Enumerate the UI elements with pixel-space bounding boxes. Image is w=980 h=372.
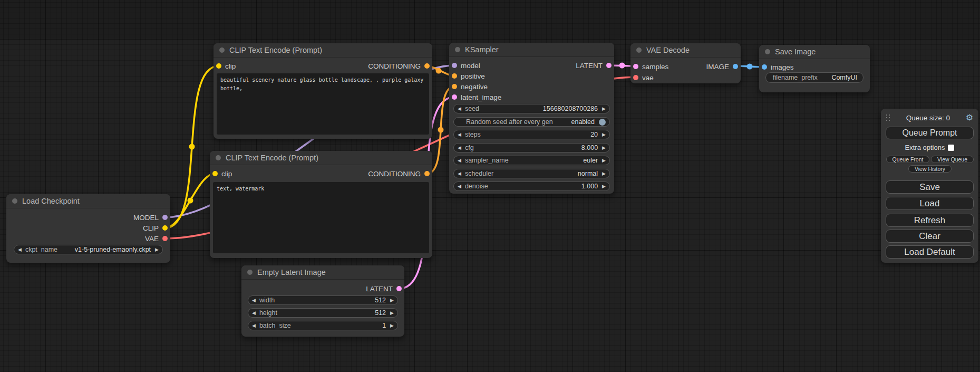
collapse-dot-icon[interactable]	[455, 47, 460, 52]
sampler-name-widget[interactable]: ◀ sampler_name euler ▶	[453, 156, 610, 165]
clip-input-dot[interactable]	[212, 171, 218, 176]
conditioning-input-dot[interactable]	[452, 84, 457, 89]
random-seed-toggle-widget[interactable]: Random seed after every gen enabled	[453, 117, 610, 127]
increment-arrow-icon[interactable]: ▶	[390, 298, 394, 303]
decrement-arrow-icon[interactable]: ◀	[252, 323, 256, 328]
decrement-arrow-icon[interactable]: ◀	[458, 184, 461, 189]
latent-output-dot[interactable]	[396, 286, 402, 291]
node-title-bar[interactable]: Load Checkpoint	[6, 194, 170, 208]
output-slot-conditioning[interactable]: CONDITIONING	[368, 61, 430, 71]
increment-arrow-icon[interactable]: ▶	[390, 323, 394, 328]
image-input-dot[interactable]	[762, 64, 767, 70]
input-slot-positive[interactable]: positive	[452, 71, 485, 81]
conditioning-input-dot[interactable]	[452, 73, 457, 79]
link-dot-latent-out[interactable]	[619, 63, 625, 69]
load-button[interactable]: Load	[886, 197, 974, 210]
node-title-bar[interactable]: KSampler	[449, 43, 614, 57]
node-title-bar[interactable]: CLIP Text Encode (Prompt)	[214, 43, 432, 58]
decrement-arrow-icon[interactable]: ◀	[252, 311, 256, 316]
link-dot-image[interactable]	[747, 64, 753, 70]
collapse-dot-icon[interactable]	[247, 270, 253, 275]
collapse-dot-icon[interactable]	[636, 47, 642, 53]
output-slot-latent[interactable]: LATENT	[366, 283, 402, 294]
input-slot-vae[interactable]: vae	[633, 72, 654, 83]
steps-widget[interactable]: ◀ steps 20 ▶	[453, 130, 610, 139]
queue-front-button[interactable]: Queue Front	[886, 156, 929, 163]
filename-prefix-widget[interactable]: filename_prefix ComfyUI	[765, 72, 863, 83]
view-queue-button[interactable]: View Queue	[931, 156, 974, 163]
view-history-button[interactable]: View History	[908, 165, 952, 173]
output-slot-vae[interactable]: VAE	[145, 233, 168, 244]
cfg-widget[interactable]: ◀ cfg 8.000 ▶	[453, 143, 610, 152]
seed-widget[interactable]: ◀ seed 156680208700286 ▶	[453, 104, 610, 113]
decrement-arrow-icon[interactable]: ◀	[458, 146, 461, 150]
node-title-bar[interactable]: Save Image	[759, 45, 870, 59]
height-widget[interactable]: ◀ height 512 ▶	[248, 308, 398, 318]
conditioning-output-dot[interactable]	[424, 63, 430, 69]
input-slot-images[interactable]: images	[762, 62, 794, 72]
width-widget[interactable]: ◀ width 512 ▶	[248, 295, 398, 305]
increment-arrow-icon[interactable]: ▶	[602, 171, 606, 176]
increment-arrow-icon[interactable]: ▶	[602, 184, 606, 189]
decrement-arrow-icon[interactable]: ◀	[18, 247, 22, 252]
input-slot-clip[interactable]: clip	[216, 61, 236, 71]
model-output-dot[interactable]	[162, 215, 168, 220]
collapse-dot-icon[interactable]	[219, 47, 225, 53]
model-input-dot[interactable]	[452, 63, 457, 68]
refresh-button[interactable]: Refresh	[886, 214, 974, 227]
input-slot-samples[interactable]: samples	[633, 61, 668, 72]
batch-size-widget[interactable]: ◀ batch_size 1 ▶	[248, 321, 398, 330]
decrement-arrow-icon[interactable]: ◀	[458, 107, 461, 111]
collapse-dot-icon[interactable]	[12, 198, 17, 204]
conditioning-output-dot[interactable]	[424, 171, 430, 176]
output-slot-model[interactable]: MODEL	[133, 212, 168, 223]
input-slot-latent-image[interactable]: latent_image	[452, 92, 501, 102]
output-slot-conditioning[interactable]: CONDITIONING	[368, 168, 430, 179]
latent-output-dot[interactable]	[606, 63, 612, 68]
output-slot-image[interactable]: IMAGE	[706, 61, 738, 72]
node-vae-decode[interactable]: VAE Decode samples vae IMAGE	[630, 43, 741, 83]
link-dot-cond1[interactable]	[436, 68, 442, 74]
clip-input-dot[interactable]	[216, 63, 221, 69]
link-dot-clip2[interactable]	[188, 198, 193, 204]
vae-output-dot[interactable]	[162, 236, 168, 241]
positive-prompt-textarea[interactable]: beautiful scenery nature glass bottle la…	[217, 73, 429, 135]
node-save-image[interactable]: Save Image images filename_prefix ComfyU…	[759, 45, 870, 92]
scheduler-widget[interactable]: ◀ scheduler normal ▶	[453, 169, 610, 178]
gear-icon[interactable]: ⚙	[966, 113, 973, 122]
extra-options-checkbox[interactable]	[948, 145, 954, 151]
node-load-checkpoint[interactable]: Load Checkpoint MODEL CLIP VAE ◀ ckpt_na…	[6, 194, 170, 263]
increment-arrow-icon[interactable]: ▶	[602, 146, 606, 150]
link-dot-clip1[interactable]	[189, 144, 195, 150]
increment-arrow-icon[interactable]: ▶	[390, 311, 394, 316]
collapse-dot-icon[interactable]	[765, 49, 770, 54]
image-output-dot[interactable]	[733, 64, 738, 69]
decrement-arrow-icon[interactable]: ◀	[458, 132, 461, 137]
denoise-widget[interactable]: ◀ denoise 1.000 ▶	[453, 182, 610, 191]
queue-prompt-button[interactable]: Queue Prompt	[886, 127, 974, 139]
link-dot-cond2[interactable]	[438, 127, 444, 133]
load-default-button[interactable]: Load Default	[886, 245, 974, 259]
save-button[interactable]: Save	[886, 180, 974, 194]
drag-handle-icon[interactable]	[886, 115, 890, 121]
input-slot-negative[interactable]: negative	[452, 81, 488, 92]
decrement-arrow-icon[interactable]: ◀	[458, 171, 461, 176]
collapse-dot-icon[interactable]	[216, 155, 221, 160]
decrement-arrow-icon[interactable]: ◀	[252, 298, 256, 303]
clip-output-dot[interactable]	[162, 225, 168, 231]
increment-arrow-icon[interactable]: ▶	[602, 158, 606, 163]
node-title-bar[interactable]: CLIP Text Encode (Prompt)	[210, 151, 432, 165]
toggle-on-icon[interactable]	[599, 119, 606, 126]
negative-prompt-textarea[interactable]: text, watermark	[213, 182, 429, 253]
output-slot-clip[interactable]: CLIP	[143, 223, 168, 233]
increment-arrow-icon[interactable]: ▶	[602, 107, 606, 111]
node-clip-text-encode-positive[interactable]: CLIP Text Encode (Prompt) clip CONDITION…	[214, 43, 432, 139]
ckpt-name-widget[interactable]: ◀ ckpt_name v1-5-pruned-emaonly.ckpt ▶	[14, 245, 163, 254]
node-clip-text-encode-negative[interactable]: CLIP Text Encode (Prompt) clip CONDITION…	[210, 151, 432, 258]
vae-input-dot[interactable]	[633, 75, 638, 80]
latent-input-dot[interactable]	[633, 64, 638, 69]
node-empty-latent-image[interactable]: Empty Latent Image LATENT ◀ width 512 ▶ …	[241, 265, 404, 337]
node-title-bar[interactable]: VAE Decode	[630, 43, 741, 58]
increment-arrow-icon[interactable]: ▶	[602, 132, 606, 137]
latent-input-dot[interactable]	[452, 94, 457, 100]
